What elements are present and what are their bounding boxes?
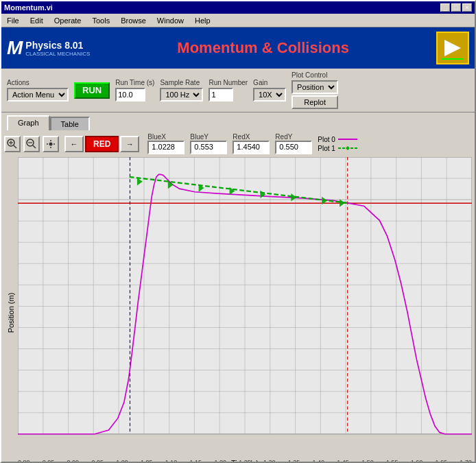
svg-point-10 (49, 142, 53, 145)
action-menu-select[interactable]: Action Menu (7, 88, 69, 102)
menu-browse[interactable]: Browse (118, 15, 149, 26)
chart-inner: 0.560 0.555 0.550 0.545 0.540 0.535 0.53… (18, 157, 472, 462)
chart-container: Position (m) (4, 157, 472, 462)
legend-plot0-label: Plot 0 (318, 136, 335, 143)
blue-x-label: BlueX (147, 133, 166, 141)
zoom-button[interactable] (4, 136, 21, 152)
plot-control-group: Plot Control Position Replot (291, 71, 338, 109)
action-menu-row: Action Menu (7, 88, 69, 102)
graph-area: ← RED → BlueX 1.0228 BlueY 0.553 RedX 1.… (1, 130, 475, 462)
sample-rate-group: Sample Rate 100 Hz (160, 79, 203, 102)
menu-window[interactable]: Window (154, 15, 187, 26)
plot-legend: Plot 0 Plot 1 (318, 136, 357, 152)
replot-button[interactable]: Replot (291, 95, 338, 109)
red-x-label: RedX (233, 133, 250, 141)
menu-file[interactable]: File (4, 15, 22, 26)
cursor-controls: ← RED → (64, 136, 139, 152)
menu-edit[interactable]: Edit (27, 15, 46, 26)
run-button[interactable]: RUN (74, 82, 110, 99)
tab-graph[interactable]: Graph (7, 115, 50, 130)
blue-y-label: BlueY (190, 133, 209, 141)
menu-tools[interactable]: Tools (89, 15, 112, 26)
run-number-group: Run Number 1 (209, 79, 248, 102)
menu-help[interactable]: Help (192, 15, 213, 26)
run-time-group: Run Time (s) 10.0 (115, 79, 154, 102)
tab-table[interactable]: Table (50, 117, 90, 130)
run-number-input[interactable]: 1 (209, 88, 233, 102)
red-y-label: RedY (275, 133, 292, 141)
logo-text-block: Physics 8.01 CLASSICAL MECHANICS (25, 40, 90, 57)
legend-plot1-label: Plot 1 (318, 145, 335, 152)
logo-m-letter: M (7, 37, 23, 59)
svg-marker-13 (346, 146, 350, 150)
zoom-out-button[interactable] (23, 136, 40, 152)
sample-rate-label: Sample Rate (160, 79, 200, 86)
run-time-input[interactable]: 10.0 (115, 88, 145, 102)
title-bar: Momentum.vi _ □ × (1, 1, 475, 14)
tabs-row: Graph Table (1, 112, 475, 130)
minimize-button[interactable]: _ (440, 3, 450, 12)
plot-control-label: Plot Control (291, 71, 327, 79)
blue-y-group: BlueY 0.553 (190, 133, 227, 154)
legend-plot1: Plot 1 (318, 145, 357, 152)
cursor-left-button[interactable]: ← (64, 136, 84, 152)
controls-row: Actions Action Menu RUN Run Time (s) 10.… (1, 69, 475, 112)
svg-line-8 (33, 145, 36, 148)
red-y-group: RedY 0.550 (275, 133, 312, 154)
chart-svg-area[interactable]: 0.560 0.555 0.550 0.545 0.540 0.535 0.53… (18, 157, 472, 458)
menu-operate[interactable]: Operate (51, 15, 84, 26)
header-band: M Physics 8.01 CLASSICAL MECHANICS Momen… (1, 27, 475, 69)
legend-plot0: Plot 0 (318, 136, 357, 143)
sample-rate-select[interactable]: 100 Hz (160, 88, 203, 102)
gain-label: Gain (253, 79, 267, 86)
x-axis-ticks: 0.80 0.85 0.90 0.95 1.00 1.05 1.10 1.15 … (18, 459, 472, 462)
logo-physics: Physics 8.01 (25, 40, 90, 51)
gain-select[interactable]: 10X (253, 88, 286, 102)
actions-group: Actions Action Menu (7, 79, 69, 102)
window-title: Momentum.vi (4, 3, 53, 12)
close-button[interactable]: × (462, 3, 472, 12)
menu-bar: File Edit Operate Tools Browse Window He… (1, 14, 475, 27)
cursor-right-button[interactable]: → (120, 136, 139, 152)
logo-classical: CLASSICAL MECHANICS (25, 51, 90, 57)
cursor-color-label: RED (85, 136, 119, 152)
run-number-label: Run Number (209, 79, 248, 86)
blue-y-value: 0.553 (190, 141, 227, 154)
y-axis-label: Position (m) (4, 157, 18, 462)
pan-button[interactable] (43, 136, 59, 152)
run-time-label: Run Time (s) (115, 79, 154, 86)
plot-control-select[interactable]: Position (291, 80, 338, 94)
gain-group: Gain 10X (253, 79, 286, 102)
coord-display: BlueX 1.0228 BlueY 0.553 RedX 1.4540 Red… (147, 133, 312, 154)
red-x-value: 1.4540 (233, 141, 270, 154)
blue-x-group: BlueX 1.0228 (147, 133, 185, 154)
graph-toolbar: ← RED → BlueX 1.0228 BlueY 0.553 RedX 1.… (4, 133, 472, 154)
red-y-value: 0.550 (275, 141, 312, 154)
title-buttons: _ □ × (440, 3, 472, 12)
logo: M Physics 8.01 CLASSICAL MECHANICS (7, 37, 90, 59)
app-title: Momentum & Collisions (90, 39, 436, 57)
red-x-group: RedX 1.4540 (233, 133, 270, 154)
actions-label: Actions (7, 79, 29, 86)
blue-x-value: 1.0228 (147, 141, 185, 154)
svg-line-4 (14, 145, 16, 148)
maximize-button[interactable]: □ (451, 3, 461, 12)
app-icon (436, 32, 469, 64)
main-window: Momentum.vi _ □ × File Edit Operate Tool… (0, 0, 476, 463)
